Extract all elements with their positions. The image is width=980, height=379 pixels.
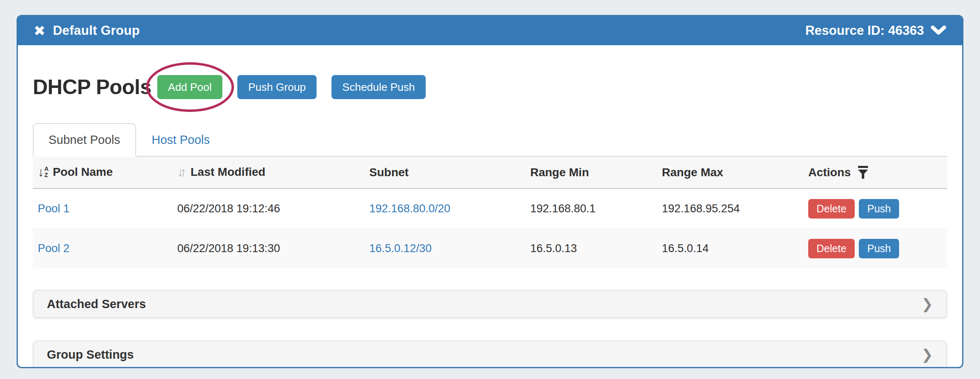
range-min-cell: 192.168.80.1 xyxy=(530,189,662,229)
column-header-subnet[interactable]: Subnet xyxy=(369,157,530,189)
tab-host-pools[interactable]: Host Pools xyxy=(136,123,226,157)
range-max-cell: 192.168.95.254 xyxy=(662,189,808,229)
tab-subnet-pools[interactable]: Subnet Pools xyxy=(33,123,136,157)
schedule-push-button[interactable]: Schedule Push xyxy=(332,75,426,99)
column-header-pool-name[interactable]: ↓AZ Pool Name xyxy=(33,157,177,189)
pool-name-link[interactable]: Pool 1 xyxy=(38,202,70,215)
range-max-cell: 16.5.0.14 xyxy=(662,229,808,269)
filter-icon[interactable] xyxy=(858,166,868,179)
push-button[interactable]: Push xyxy=(859,199,899,219)
subnet-link[interactable]: 16.5.0.12/30 xyxy=(369,242,431,255)
delete-button[interactable]: Delete xyxy=(808,199,855,219)
chevron-right-icon: ❯ xyxy=(921,297,934,311)
last-modified-cell: 06/22/2018 19:13:30 xyxy=(177,229,369,269)
add-pool-button[interactable]: Add Pool xyxy=(157,75,223,99)
push-button[interactable]: Push xyxy=(859,239,899,258)
pools-table: ↓AZ Pool Name ↓↑ Last Modified Subnet Ra… xyxy=(33,157,947,268)
chevron-down-icon xyxy=(931,25,946,36)
pool-table-body: Pool 1 06/22/2018 19:12:46 192.168.80.0/… xyxy=(33,189,947,269)
sort-alpha-icon: ↓AZ xyxy=(38,166,49,178)
column-header-range-max[interactable]: Range Max xyxy=(662,157,808,189)
column-header-actions: Actions xyxy=(808,157,947,189)
pool-name-link[interactable]: Pool 2 xyxy=(38,242,70,255)
panel-label: Group Settings xyxy=(47,348,134,362)
table-row: Pool 2 06/22/2018 19:13:30 16.5.0.12/30 … xyxy=(33,229,947,269)
page-title: DHCP Pools xyxy=(33,75,151,99)
resource-id-dropdown[interactable]: Resource ID: 46363 xyxy=(805,23,946,38)
table-header-row: ↓AZ Pool Name ↓↑ Last Modified Subnet Ra… xyxy=(33,157,947,189)
group-card: ✖ Default Group Resource ID: 46363 DHCP … xyxy=(17,15,963,368)
tab-bar: Subnet Pools Host Pools xyxy=(33,123,947,157)
column-header-range-min[interactable]: Range Min xyxy=(530,157,662,189)
chevron-right-icon: ❯ xyxy=(921,347,934,362)
sort-updown-icon: ↓↑ xyxy=(177,166,183,178)
table-row: Pool 1 06/22/2018 19:12:46 192.168.80.0/… xyxy=(33,189,947,229)
toolbar: DHCP Pools Add Pool Push Group Schedule … xyxy=(33,64,947,110)
panel-group-settings[interactable]: Group Settings ❯ xyxy=(33,340,947,368)
add-pool-wrap: Add Pool xyxy=(157,75,223,99)
card-body: DHCP Pools Add Pool Push Group Schedule … xyxy=(18,45,962,368)
column-header-last-modified[interactable]: ↓↑ Last Modified xyxy=(177,157,369,189)
resource-id-label: Resource ID: 46363 xyxy=(805,23,924,38)
last-modified-cell: 06/22/2018 19:12:46 xyxy=(177,189,369,229)
subnet-link[interactable]: 192.168.80.0/20 xyxy=(369,202,450,215)
group-title: Default Group xyxy=(53,23,140,38)
push-group-button[interactable]: Push Group xyxy=(237,75,317,99)
panel-attached-servers[interactable]: Attached Servers ❯ xyxy=(33,290,947,318)
panel-label: Attached Servers xyxy=(47,297,146,311)
range-min-cell: 16.5.0.13 xyxy=(530,229,662,269)
delete-button[interactable]: Delete xyxy=(808,239,855,258)
group-header: ✖ Default Group Resource ID: 46363 xyxy=(18,16,962,45)
close-icon[interactable]: ✖ xyxy=(34,24,46,38)
